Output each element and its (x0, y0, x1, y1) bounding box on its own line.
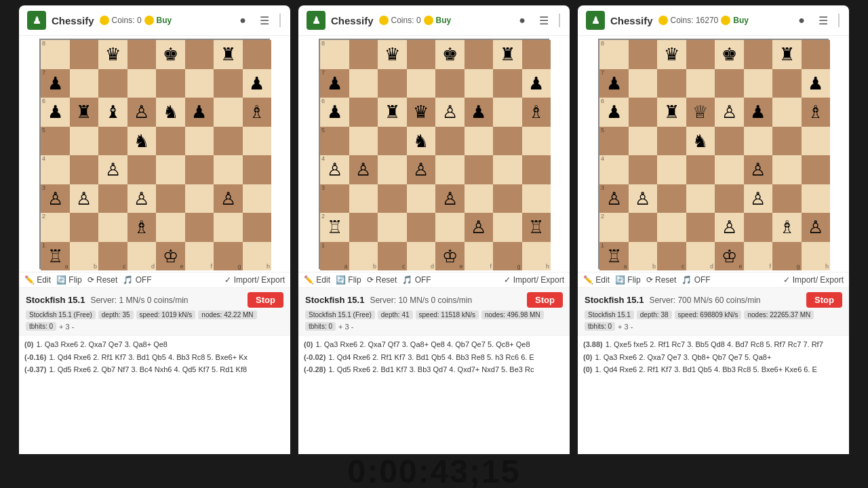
cell-7-6[interactable]: g (493, 242, 522, 271)
cell-0-5[interactable] (465, 40, 494, 69)
cell-1-7[interactable]: ♟ (522, 69, 551, 98)
cell-6-3[interactable] (686, 213, 715, 242)
cell-4-3[interactable] (686, 155, 715, 184)
cell-3-0[interactable]: 5 (599, 127, 629, 156)
cell-7-7[interactable]: h (802, 242, 831, 271)
cell-0-7[interactable] (243, 40, 272, 69)
cell-5-5[interactable] (185, 184, 214, 214)
cell-4-0[interactable]: 4 (599, 155, 629, 184)
cell-0-0[interactable]: 8 (599, 40, 629, 69)
flip-button[interactable]: 🔄 Flip (615, 275, 641, 285)
cell-6-7[interactable]: ♙ (802, 213, 831, 242)
cell-7-0[interactable]: ♖1a (41, 242, 70, 271)
cell-6-7[interactable]: ♖ (522, 213, 551, 242)
cell-6-2[interactable] (378, 213, 407, 242)
cell-4-2[interactable] (657, 155, 686, 184)
cell-4-3[interactable] (127, 155, 157, 184)
buy-link[interactable]: Buy (157, 16, 172, 25)
chess-board[interactable]: 8♛♚♜♟7♟♟6♜♝♙♞♟♗5♞4♙♙3♙♙♙2♗♖1abcd♔efgh (39, 39, 270, 269)
cell-1-2[interactable] (378, 69, 407, 98)
cell-0-4[interactable]: ♚ (715, 40, 744, 69)
reset-button[interactable]: ⟳ Reset (367, 275, 397, 285)
cell-7-7[interactable]: h (243, 242, 272, 271)
import-export-button[interactable]: ✓ Import/ Export (783, 275, 844, 285)
cell-5-7[interactable] (522, 184, 551, 214)
cell-3-3[interactable]: ♞ (127, 127, 157, 156)
cell-7-0[interactable]: ♖1a (599, 242, 629, 271)
chess-board[interactable]: 8♛♚♜♟7♟♟6♜♕♙♟♗5♞4♙♙3♙♙2♙♗♙♖1abcd♔efgh (598, 39, 829, 269)
reset-button[interactable]: ⟳ Reset (87, 275, 118, 285)
cell-2-3[interactable]: ♕ (686, 98, 715, 127)
cell-6-0[interactable]: ♖2 (320, 213, 349, 242)
cell-4-4[interactable] (715, 155, 744, 184)
cell-4-1[interactable] (629, 155, 658, 184)
cell-0-6[interactable]: ♜ (214, 40, 243, 69)
cell-5-2[interactable] (657, 184, 686, 214)
cell-3-5[interactable] (744, 127, 773, 156)
cell-5-0[interactable]: ♙3 (599, 184, 629, 214)
cell-7-2[interactable]: c (98, 242, 127, 271)
cell-6-1[interactable] (70, 213, 99, 242)
cell-6-1[interactable] (349, 213, 378, 242)
cell-0-1[interactable] (349, 40, 378, 69)
off-button[interactable]: 🎵 OFF (402, 275, 431, 285)
cell-0-3[interactable] (127, 40, 157, 69)
edit-button[interactable]: ✏️ Edit (304, 275, 330, 285)
cell-3-6[interactable] (214, 127, 243, 156)
import-export-button[interactable]: ✓ Import/ Export (224, 275, 285, 285)
cell-7-3[interactable]: d (127, 242, 157, 271)
cell-1-7[interactable]: ♟ (243, 69, 272, 98)
cell-3-2[interactable] (98, 127, 127, 156)
cell-6-0[interactable]: 2 (599, 213, 629, 242)
cell-5-2[interactable] (378, 184, 407, 214)
cell-5-5[interactable] (465, 184, 494, 214)
cell-3-1[interactable] (349, 127, 378, 156)
reset-button[interactable]: ⟳ Reset (646, 275, 677, 285)
cell-3-7[interactable] (522, 127, 551, 156)
cell-4-1[interactable] (70, 155, 99, 184)
cell-0-4[interactable]: ♚ (156, 40, 185, 69)
cell-6-3[interactable]: ♗ (127, 213, 157, 242)
cell-7-2[interactable]: c (378, 242, 407, 271)
cell-3-1[interactable] (70, 127, 99, 156)
cell-1-4[interactable] (715, 69, 744, 98)
cell-2-5[interactable]: ♟ (744, 98, 773, 127)
cell-0-1[interactable] (629, 40, 658, 69)
cell-7-3[interactable]: d (686, 242, 715, 271)
cell-2-2[interactable]: ♜ (657, 98, 686, 127)
cell-2-4[interactable]: ♙ (715, 98, 744, 127)
cell-1-1[interactable] (70, 69, 99, 98)
cell-2-5[interactable]: ♟ (185, 98, 214, 127)
cell-2-7[interactable]: ♗ (802, 98, 831, 127)
cell-5-3[interactable] (686, 184, 715, 214)
cell-5-6[interactable] (493, 184, 522, 214)
cell-4-6[interactable] (493, 155, 522, 184)
cell-5-3[interactable] (407, 184, 436, 214)
cell-1-0[interactable]: ♟7 (41, 69, 70, 98)
cell-2-2[interactable]: ♝ (98, 98, 127, 127)
menu-icon[interactable]: ☰ (256, 12, 273, 28)
edit-button[interactable]: ✏️ Edit (583, 275, 610, 285)
profile-icon[interactable]: ● (793, 12, 810, 28)
cell-6-6[interactable] (493, 213, 522, 242)
cell-2-0[interactable]: ♟6 (599, 98, 629, 127)
cell-2-6[interactable] (493, 98, 522, 127)
cell-4-2[interactable] (378, 155, 407, 184)
cell-4-5[interactable]: ♙ (744, 155, 773, 184)
cell-5-6[interactable]: ♙ (214, 184, 243, 214)
cell-7-0[interactable]: 1a (320, 242, 349, 271)
buy-link[interactable]: Buy (733, 16, 749, 25)
cell-2-3[interactable]: ♙ (127, 98, 157, 127)
cell-0-2[interactable]: ♛ (98, 40, 127, 69)
cell-3-2[interactable] (378, 127, 407, 156)
cell-6-5[interactable]: ♙ (465, 213, 494, 242)
cell-5-4[interactable] (715, 184, 744, 214)
cell-0-3[interactable] (407, 40, 436, 69)
cell-4-6[interactable] (772, 155, 802, 184)
stop-button[interactable]: Stop (527, 292, 563, 308)
cell-7-6[interactable]: g (772, 242, 802, 271)
cell-7-5[interactable]: f (744, 242, 773, 271)
cell-6-1[interactable] (629, 213, 658, 242)
cell-1-5[interactable] (744, 69, 773, 98)
cell-1-5[interactable] (185, 69, 214, 98)
